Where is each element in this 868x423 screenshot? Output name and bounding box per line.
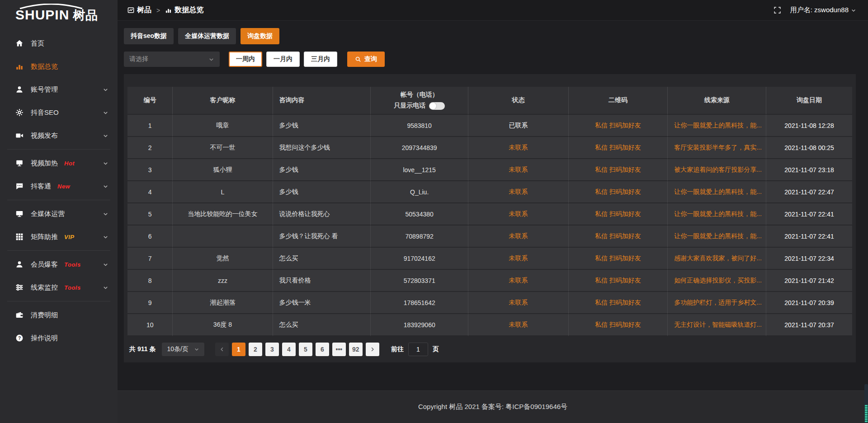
sidebar-item-video-publish[interactable]: 视频发布 (0, 126, 118, 145)
sidebar-item-consumption-detail[interactable]: 消费明细 (0, 306, 118, 324)
range-button-week[interactable]: 一周内 (229, 52, 262, 67)
breadcrumb-item-shupin[interactable]: 树品 (127, 5, 151, 15)
cell-status: 未联系 (468, 159, 568, 181)
range-button-month[interactable]: 一月内 (266, 52, 300, 67)
page-button-6[interactable]: 6 (316, 343, 329, 356)
cell-account: 572803371 (370, 270, 468, 292)
chevron-down-icon (194, 347, 199, 352)
chevron-down-icon (103, 160, 108, 166)
cell-qr-links[interactable]: 私信 扫码加好友 (568, 314, 668, 336)
table-panel: 编号 客户昵称 咨询内容 帐号（电话） 只显示电话 (124, 74, 856, 362)
cell-qr-links[interactable]: 私信 扫码加好友 (568, 248, 668, 270)
tab-douyin-seo-data[interactable]: 抖音seo数据 (124, 28, 174, 44)
cell-nickname: 狐小狸 (172, 159, 272, 181)
cell-source-link[interactable]: 让你一眼就爱上的黑科技，能... (667, 181, 766, 203)
cell-id: 6 (127, 226, 172, 248)
user-area: 用户名: zswodun88 (774, 6, 856, 14)
tab-omnimedia-data[interactable]: 全媒体运营数据 (178, 28, 236, 44)
page-ellipsis-button[interactable]: ••• (332, 343, 346, 356)
logo-text: SHUPIN树品 (15, 7, 118, 24)
svg-text:?: ? (18, 336, 21, 341)
cell-date: 2021-11-07 23:18 (766, 159, 852, 181)
cell-id: 9 (127, 292, 172, 314)
sidebar-item-lead-monitor[interactable]: 线索监控 Tools (0, 278, 118, 297)
cell-source-link[interactable]: 如何正确选择投影仪，买投影... (667, 270, 766, 292)
cell-date: 2021-11-07 20:37 (766, 314, 852, 336)
page-button-3[interactable]: 3 (265, 343, 279, 356)
cell-content: 多少钱 (273, 159, 370, 181)
cell-qr-links[interactable]: 私信 扫码加好友 (568, 115, 668, 137)
page-button-1[interactable]: 1 (232, 343, 245, 356)
goto-page-input[interactable] (408, 343, 428, 356)
breadcrumb-item-data-overview[interactable]: 数据总览 (165, 5, 203, 15)
sidebar-item-douyin-seo[interactable]: 抖音SEO (0, 103, 118, 122)
sidebar-item-label: 全媒体运营 (31, 210, 65, 218)
sidebar: SHUPIN树品 首页 数据总览 账号管理 抖音SEO 视频发布 视频加热 Ho… (0, 0, 118, 423)
cell-account: 50534380 (370, 203, 468, 226)
prev-page-button[interactable] (215, 343, 229, 356)
copyright-text: Copyright 树品 2021 备案号: 粤ICP备09019646号 (418, 403, 567, 411)
cell-nickname (172, 226, 272, 248)
cell-qr-links[interactable]: 私信 扫码加好友 (568, 137, 668, 159)
page-button-92[interactable]: 92 (349, 343, 363, 356)
cell-content: 怎么买 (273, 314, 370, 336)
sidebar-item-member-baoke[interactable]: 会员爆客 Tools (0, 255, 118, 274)
page-button-5[interactable]: 5 (299, 343, 312, 356)
cell-nickname: L (172, 181, 272, 203)
monitor-icon (15, 210, 24, 218)
cell-qr-links[interactable]: 私信 扫码加好友 (568, 226, 668, 248)
scrollbar-thumb[interactable] (865, 405, 868, 422)
cell-account: 2097344839 (370, 137, 468, 159)
goto-page: 前往 页 (391, 343, 439, 356)
cell-source-link[interactable]: 让你一眼就爱上的黑科技，能... (667, 226, 766, 248)
cell-qr-links[interactable]: 私信 扫码加好友 (568, 203, 668, 226)
sidebar-item-data-overview[interactable]: 数据总览 (0, 57, 118, 76)
sidebar-item-matrix-boost[interactable]: 矩阵助推 VIP (0, 227, 118, 246)
cell-qr-links[interactable]: 私信 扫码加好友 (568, 270, 668, 292)
cell-source-link[interactable]: 无主灯设计，智能磁吸轨道灯... (667, 314, 766, 336)
col-header-id: 编号 (127, 87, 172, 115)
cell-id: 1 (127, 115, 172, 137)
cell-source-link[interactable]: 客厅安装投影半年多了，真实... (667, 137, 766, 159)
cell-content: 怎么买 (273, 248, 370, 270)
sidebar-item-account-management[interactable]: 账号管理 (0, 80, 118, 99)
sidebar-item-douketong[interactable]: 抖客通 New (0, 177, 118, 196)
sidebar-item-label: 抖客通 (31, 182, 51, 191)
range-button-three-months[interactable]: 三月内 (304, 52, 337, 67)
home-icon (15, 39, 24, 47)
table-row: 8 zzz 我只看价格 572803371 未联系 私信 扫码加好友 如何正确选… (127, 270, 852, 292)
cell-source-link[interactable]: 被大家追着问的客厅投影分享... (667, 159, 766, 181)
next-page-button[interactable] (366, 343, 379, 356)
app-logo[interactable]: SHUPIN树品 (0, 0, 118, 26)
cell-source-link[interactable]: 让你一眼就爱上的黑科技，能... (667, 115, 766, 137)
cell-qr-links[interactable]: 私信 扫码加好友 (568, 159, 668, 181)
page-button-4[interactable]: 4 (282, 343, 296, 356)
phone-only-toggle[interactable] (429, 102, 445, 110)
cell-content: 我只看价格 (273, 270, 370, 292)
cell-source-link[interactable]: 多功能护栏灯，适用于乡村文... (667, 292, 766, 314)
sidebar-item-label: 矩阵助推 (31, 233, 58, 241)
cell-qr-links[interactable]: 私信 扫码加好友 (568, 181, 668, 203)
page-button-2[interactable]: 2 (249, 343, 262, 356)
account-select[interactable]: 请选择 (124, 52, 220, 67)
table-row: 5 当地比较能吃的一位美女 说说价格让我死心 50534380 未联系 私信 扫… (127, 203, 852, 226)
board-chart-icon (127, 7, 134, 14)
per-page-value: 10条/页 (167, 345, 188, 353)
cell-source-link[interactable]: 让你一眼就爱上的黑科技，能... (667, 203, 766, 226)
cell-account: 178651642 (370, 292, 468, 314)
col-header-date: 询盘日期 (766, 87, 852, 115)
sidebar-item-video-heat[interactable]: 视频加热 Hot (0, 154, 118, 173)
cell-qr-links[interactable]: 私信 扫码加好友 (568, 292, 668, 314)
col-header-account: 帐号（电话） 只显示电话 (370, 87, 468, 115)
sidebar-item-omnimedia-operation[interactable]: 全媒体运营 (0, 204, 118, 223)
cell-source-link[interactable]: 感谢大家喜欢我家，被问了好... (667, 248, 766, 270)
user-menu[interactable]: 用户名: zswodun88 (790, 6, 856, 14)
fullscreen-icon[interactable] (774, 6, 781, 14)
sidebar-item-home[interactable]: 首页 (0, 34, 118, 53)
breadcrumb-separator: > (155, 7, 162, 14)
search-button[interactable]: 查询 (347, 52, 385, 67)
per-page-select[interactable]: 10条/页 (162, 343, 204, 356)
page-scrollbar[interactable] (864, 384, 868, 423)
tab-inquiry-data[interactable]: 询盘数据 (241, 28, 279, 44)
sidebar-item-operation-guide[interactable]: ? 操作说明 (0, 329, 118, 348)
